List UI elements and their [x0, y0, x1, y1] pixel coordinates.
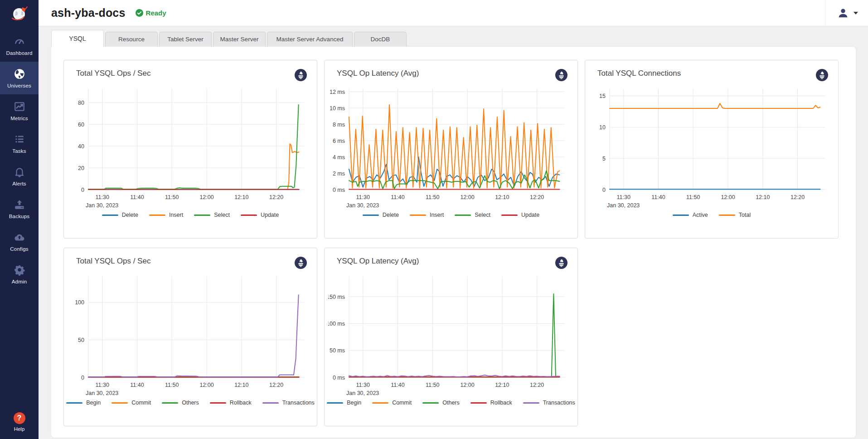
legend-item-update[interactable]: Update [241, 212, 279, 218]
legend-swatch [372, 402, 388, 404]
legend-swatch [162, 402, 178, 404]
prometheus-icon[interactable] [816, 69, 828, 83]
legend-swatch [410, 215, 426, 216]
chart-legend: DeleteInsertSelectUpdate [325, 212, 577, 218]
chart-plot-area: 11:3011:4011:5012:0012:1012:20050100Jan … [68, 272, 312, 398]
legend-swatch [149, 215, 165, 216]
legend-label: Commit [392, 400, 412, 406]
svg-text:11:30: 11:30 [96, 382, 109, 388]
user-menu[interactable] [837, 7, 858, 19]
legend-label: Commit [131, 400, 151, 406]
legend-item-others[interactable]: Others [162, 400, 199, 406]
svg-text:Jan 30, 2023: Jan 30, 2023 [86, 390, 118, 396]
tab-tablet-server[interactable]: Tablet Server [159, 32, 212, 47]
legend-item-transactions[interactable]: Transactions [523, 400, 575, 406]
legend-item-select[interactable]: Select [194, 212, 230, 218]
legend-item-others[interactable]: Others [422, 400, 460, 406]
legend-item-active[interactable]: Active [673, 212, 708, 218]
legend-label: Insert [169, 212, 183, 218]
prometheus-icon[interactable] [555, 69, 567, 83]
globe-rocket-logo-icon [10, 5, 29, 24]
svg-text:Jan 30, 2023: Jan 30, 2023 [346, 390, 379, 396]
legend-item-insert[interactable]: Insert [149, 212, 183, 218]
svg-text:12:00: 12:00 [460, 382, 474, 388]
svg-text:12:10: 12:10 [495, 194, 509, 200]
svg-text:80: 80 [78, 100, 84, 106]
legend-item-rollback[interactable]: Rollback [470, 400, 512, 406]
prometheus-icon[interactable] [295, 257, 307, 271]
sidebar-item-alerts[interactable]: Alerts [0, 160, 39, 192]
main-page: YSQL Resource Tablet Server Master Serve… [39, 26, 868, 439]
legend-swatch [501, 215, 518, 216]
globe-icon [14, 68, 25, 80]
chart-grid: Total YSQL Ops / Sec 11:3011:4011:5012:0… [63, 60, 845, 426]
sidebar-item-admin[interactable]: Admin [0, 258, 39, 290]
legend-item-commit[interactable]: Commit [372, 400, 412, 406]
legend-swatch [470, 402, 487, 404]
sidebar-spacer [0, 290, 39, 407]
chart-panel-ysql-op-latency-transactions: YSQL Op Latency (Avg) 11:3011:4011:5012:… [324, 248, 578, 426]
tab-docdb[interactable]: DocDB [354, 32, 407, 47]
legend-item-select[interactable]: Select [455, 212, 490, 218]
svg-text:12:20: 12:20 [790, 194, 805, 200]
sidebar-item-label: Tasks [12, 148, 26, 154]
legend-label: Update [521, 212, 539, 218]
dashboard-gauge-icon [14, 35, 25, 47]
svg-text:0: 0 [602, 187, 606, 193]
svg-text:15: 15 [599, 93, 606, 99]
sidebar-item-configs[interactable]: Configs [0, 225, 39, 258]
sidebar-item-tasks[interactable]: Tasks [0, 127, 39, 160]
svg-text:2 ms: 2 ms [333, 171, 345, 177]
svg-text:12:10: 12:10 [495, 382, 509, 388]
line-chart: 11:3011:4011:5012:0012:1012:20050100Jan … [64, 272, 317, 406]
legend-label: Insert [430, 212, 444, 218]
sidebar-item-universes[interactable]: Universes [0, 62, 39, 94]
svg-text:11:40: 11:40 [651, 194, 665, 200]
legend-item-begin[interactable]: Begin [66, 400, 101, 406]
legend-label: Update [261, 212, 279, 218]
chart-panel-total-ysql-ops: Total YSQL Ops / Sec 11:3011:4011:5012:0… [63, 60, 317, 239]
svg-text:40: 40 [78, 143, 84, 150]
tab-resource[interactable]: Resource [105, 32, 158, 47]
legend-item-rollback[interactable]: Rollback [210, 400, 252, 406]
tasks-list-icon [14, 133, 25, 145]
svg-text:12:20: 12:20 [269, 382, 283, 388]
svg-text:11:40: 11:40 [391, 382, 404, 388]
svg-text:12:00: 12:00 [721, 194, 735, 200]
legend-item-delete[interactable]: Delete [363, 212, 399, 218]
line-chart: 11:3011:4011:5012:0012:1012:200 ms50 ms1… [325, 272, 577, 406]
legend-item-insert[interactable]: Insert [410, 212, 444, 218]
sidebar-item-dashboard[interactable]: Dashboard [0, 29, 39, 62]
legend-item-delete[interactable]: Delete [102, 212, 138, 218]
tab-master-server-advanced[interactable]: Master Server Advanced [267, 32, 353, 47]
legend-item-commit[interactable]: Commit [112, 400, 151, 406]
tab-ysql[interactable]: YSQL [51, 30, 104, 47]
svg-text:11:40: 11:40 [130, 194, 144, 200]
legend-item-update[interactable]: Update [501, 212, 539, 218]
legend-swatch [194, 215, 210, 216]
svg-text:11:30: 11:30 [617, 194, 630, 200]
legend-swatch [210, 402, 226, 404]
prometheus-icon[interactable] [555, 257, 567, 271]
tab-master-server[interactable]: Master Server [213, 32, 266, 47]
svg-text:12:00: 12:00 [460, 194, 474, 200]
check-circle-icon [136, 9, 143, 17]
svg-text:10 ms: 10 ms [330, 105, 345, 112]
legend-swatch [673, 215, 689, 216]
legend-swatch [455, 215, 471, 216]
prometheus-icon[interactable] [295, 69, 307, 83]
metrics-tab-bar: YSQL Resource Tablet Server Master Serve… [51, 30, 856, 47]
sidebar-item-help[interactable]: ? Help [0, 407, 39, 439]
legend-label: Transactions [543, 400, 575, 406]
svg-text:12:10: 12:10 [756, 194, 770, 200]
status-label: Ready [146, 9, 166, 17]
legend-item-begin[interactable]: Begin [327, 400, 361, 406]
legend-item-transactions[interactable]: Transactions [262, 400, 315, 406]
sidebar-item-backups[interactable]: Backups [0, 192, 39, 225]
sidebar: Dashboard Universes Metrics Tasks [0, 0, 39, 439]
sidebar-item-metrics[interactable]: Metrics [0, 94, 39, 127]
legend-item-total[interactable]: Total [719, 212, 751, 218]
yugabyte-logo[interactable] [0, 0, 39, 29]
chart-legend: BeginCommitOthersRollbackTransactions [64, 400, 317, 406]
sidebar-item-label: Help [14, 426, 25, 432]
